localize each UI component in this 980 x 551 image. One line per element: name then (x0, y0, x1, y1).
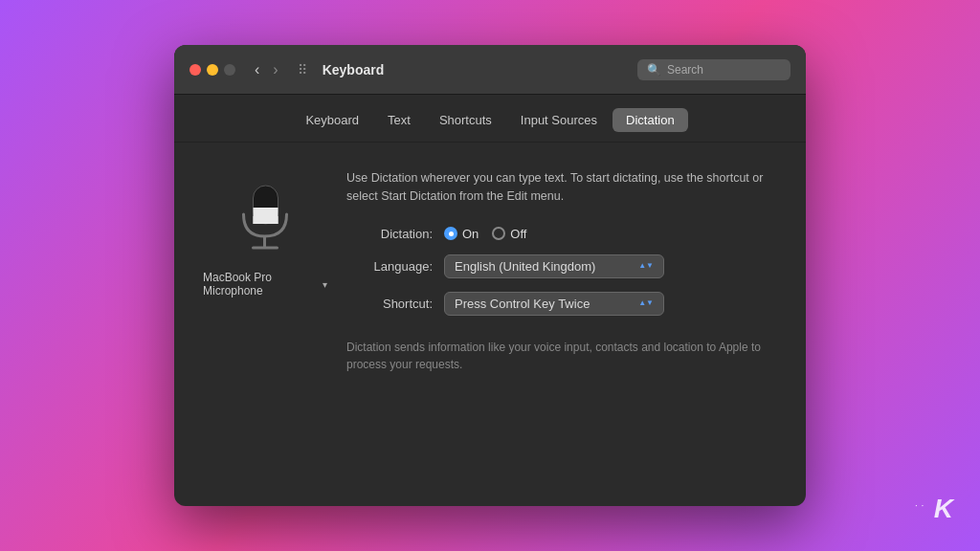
language-dropdown-arrows-icon: ▲▼ (638, 262, 654, 270)
content-area: MacBook Pro Microphone ▾ Use Dictation w… (174, 143, 806, 506)
radio-off-circle[interactable] (492, 227, 505, 240)
tab-input-sources[interactable]: Input Sources (507, 108, 611, 132)
nav-arrows: ‹ › (251, 59, 282, 80)
content-inner: MacBook Pro Microphone ▾ Use Dictation w… (203, 162, 777, 373)
dictation-on-option[interactable]: On (444, 227, 479, 241)
mic-panel: MacBook Pro Microphone ▾ (203, 162, 327, 373)
dictation-label: Dictation: (346, 227, 433, 241)
search-placeholder: Search (667, 63, 703, 77)
grid-icon[interactable]: ⠿ (298, 62, 307, 77)
settings-window: ‹ › ⠿ Keyboard 🔍 Search Keyboard Text Sh… (174, 45, 806, 506)
mic-dropdown-arrow-icon: ▾ (323, 279, 327, 290)
language-label: Language: (346, 259, 433, 274)
shortcut-dropdown-arrows-icon: ▲▼ (638, 299, 654, 307)
dictation-radio-group: On Off (444, 227, 526, 241)
language-row: Language: English (United Kingdom) ▲▼ (346, 254, 777, 278)
window-title: Keyboard (323, 62, 630, 77)
dictation-toggle-row: Dictation: On Off (346, 227, 777, 241)
knowtechie-badge: · · K (915, 494, 953, 524)
dots-decoration: · · (915, 501, 924, 510)
back-arrow-icon[interactable]: ‹ (251, 59, 263, 80)
tabs-bar: Keyboard Text Shortcuts Input Sources Di… (174, 95, 806, 143)
search-icon: 🔍 (647, 63, 661, 77)
dictation-off-option[interactable]: Off (492, 227, 526, 241)
settings-panel: Use Dictation wherever you can type text… (346, 162, 777, 373)
privacy-text: Dictation sends information like your vo… (346, 339, 777, 373)
microphone-icon (232, 181, 299, 257)
minimize-button[interactable] (207, 64, 218, 76)
tab-dictation[interactable]: Dictation (612, 108, 688, 132)
tab-keyboard[interactable]: Keyboard (292, 108, 372, 132)
off-label: Off (510, 227, 526, 241)
description-text: Use Dictation wherever you can type text… (346, 169, 777, 206)
tab-shortcuts[interactable]: Shortcuts (426, 108, 505, 132)
shortcut-dropdown[interactable]: Press Control Key Twice ▲▼ (444, 292, 664, 316)
shortcut-label: Shortcut: (346, 297, 433, 311)
close-button[interactable] (189, 64, 201, 76)
forward-arrow-icon[interactable]: › (269, 59, 281, 80)
search-box[interactable]: 🔍 Search (637, 59, 791, 80)
knowtechie-letter: K (934, 494, 953, 523)
microphone-name: MacBook Pro Microphone (203, 271, 319, 298)
on-label: On (462, 227, 479, 241)
microphone-label[interactable]: MacBook Pro Microphone ▾ (203, 271, 327, 298)
tab-text[interactable]: Text (374, 108, 424, 132)
shortcut-value: Press Control Key Twice (455, 297, 590, 311)
language-dropdown[interactable]: English (United Kingdom) ▲▼ (444, 254, 664, 278)
language-value: English (United Kingdom) (455, 259, 595, 274)
shortcut-row: Shortcut: Press Control Key Twice ▲▼ (346, 292, 777, 316)
maximize-button[interactable] (224, 64, 235, 76)
radio-on-circle[interactable] (444, 227, 457, 240)
svg-rect-2 (254, 216, 278, 224)
titlebar: ‹ › ⠿ Keyboard 🔍 Search (174, 45, 806, 95)
traffic-lights (189, 64, 235, 76)
